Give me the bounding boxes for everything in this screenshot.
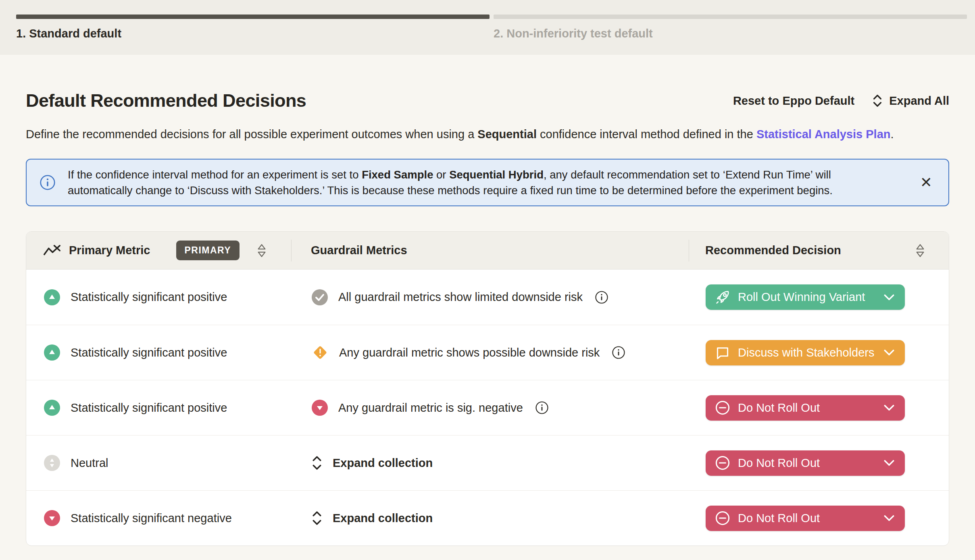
expand-collection-label: Expand collection [333,512,433,525]
minus-circle-icon [715,510,731,526]
info-icon[interactable] [595,290,608,304]
decision-dropdown-do-not-roll-out[interactable]: Do Not Roll Out [706,450,905,476]
primary-metric-header-label: Primary Metric [69,244,150,257]
step-standard-default[interactable]: 1. Standard default [16,15,490,55]
guardrail-cell: All guardrail metrics show limited downs… [292,288,689,306]
decisions-table: Primary Metric PRIMARY Guardrail Metrics… [26,231,949,546]
info-banner: If the confidence interval method for an… [26,159,949,206]
guardrail-metrics-header: Guardrail Metrics [292,244,689,257]
significant-positive-icon [43,288,61,306]
wizard-stepper: 1. Standard default 2. Non-inferiority t… [0,0,975,55]
primary-metric-label: Statistically significant negative [71,512,232,525]
guardrail-cell: Any guardrail metric shows possible down… [292,343,689,362]
page-header: Default Recommended Decisions Reset to E… [26,90,949,111]
reset-to-eppo-default-button[interactable]: Reset to Eppo Default [733,94,854,108]
significant-positive-icon [43,399,61,417]
primary-metric-header: Primary Metric PRIMARY [26,241,291,260]
banner-text: If the confidence interval method for an… [68,167,920,198]
table-row: Statistically significant positive Any g… [26,325,949,380]
info-icon[interactable] [612,346,625,359]
primary-metric-label: Statistically significant positive [71,346,227,359]
warning-diamond-icon [311,343,329,362]
primary-metric-cell: Neutral [26,454,291,472]
step-label: 1. Standard default [16,27,490,40]
recommended-decision-header-label: Recommended Decision [705,244,841,257]
speech-bubble-icon [715,344,731,361]
decision-cell: Discuss with Stakeholders [690,340,949,365]
minus-circle-icon [715,400,731,416]
sort-icon[interactable] [915,243,925,258]
decision-label: Discuss with Stakeholders [738,346,884,359]
table-row: Statistically significant positive Any g… [26,380,949,435]
expand-collapse-chevrons-icon [311,509,323,527]
primary-metric-cell: Statistically significant negative [26,509,291,527]
guardrail-label: All guardrail metrics show limited downs… [338,290,583,304]
primary-metric-label: Statistically significant positive [71,290,227,304]
decision-cell: Do Not Roll Out [690,450,949,476]
step-non-inferiority-default[interactable]: 2. Non-inferiority test default [494,15,967,55]
significant-negative-icon [311,399,329,417]
expand-all-button[interactable]: Expand All [871,93,949,108]
decision-label: Do Not Roll Out [738,512,884,525]
chevron-down-icon [884,404,894,411]
expand-collection-toggle[interactable]: Expand collection [292,509,689,527]
decision-label: Do Not Roll Out [738,456,884,470]
chevron-down-icon [884,515,894,521]
minus-circle-icon [715,455,731,471]
expand-collapse-chevrons-icon [311,454,323,472]
significant-positive-icon [43,344,61,361]
decision-label: Do Not Roll Out [738,401,884,415]
table-row: Statistically significant negative Expan… [26,490,949,545]
step-progress-bar-inactive [494,15,967,19]
table-row: Neutral Expand collection Do Not Roll Ou… [26,435,949,490]
rocket-icon [715,289,731,305]
guardrail-label: Any guardrail metric is sig. negative [338,401,523,415]
table-row: Statistically significant positive All g… [26,270,949,325]
decision-dropdown-discuss[interactable]: Discuss with Stakeholders [706,340,905,365]
decision-dropdown-do-not-roll-out[interactable]: Do Not Roll Out [706,395,905,421]
close-icon[interactable]: ✕ [920,175,932,190]
sort-icon[interactable] [256,243,267,258]
step-label: 2. Non-inferiority test default [494,27,967,40]
table-header-row: Primary Metric PRIMARY Guardrail Metrics… [26,232,949,270]
primary-metric-label: Statistically significant positive [71,401,227,415]
neutral-icon [43,454,61,472]
decision-dropdown-roll-out[interactable]: Roll Out Winning Variant [706,284,905,310]
metric-chart-icon [43,244,61,257]
decision-cell: Do Not Roll Out [690,395,949,421]
page-title: Default Recommended Decisions [26,90,306,111]
guardrail-label: Any guardrail metric shows possible down… [339,346,600,359]
decision-dropdown-do-not-roll-out[interactable]: Do Not Roll Out [706,506,905,531]
chevron-down-icon [884,349,894,356]
info-icon[interactable] [535,401,549,415]
chevron-down-icon [884,460,894,466]
primary-metric-label: Neutral [71,456,108,470]
primary-badge: PRIMARY [176,241,240,260]
page-description: Define the recommended decisions for all… [26,126,949,143]
check-circle-icon [311,288,329,306]
step-progress-bar-active [16,15,490,19]
primary-metric-cell: Statistically significant positive [26,288,291,306]
statistical-analysis-plan-link[interactable]: Statistical Analysis Plan [756,128,891,141]
guardrail-cell: Any guardrail metric is sig. negative [292,399,689,417]
decision-cell: Roll Out Winning Variant [690,284,949,310]
expand-collection-label: Expand collection [333,456,433,470]
reset-label: Reset to Eppo Default [733,94,854,108]
primary-metric-cell: Statistically significant positive [26,344,291,361]
expand-all-label: Expand All [889,94,949,108]
expand-collapse-chevrons-icon [871,93,883,108]
chevron-down-icon [884,294,894,301]
info-icon [40,174,56,191]
decision-cell: Do Not Roll Out [690,506,949,531]
recommended-decision-header: Recommended Decision [689,243,949,258]
expand-collection-toggle[interactable]: Expand collection [292,454,689,472]
primary-metric-cell: Statistically significant positive [26,399,291,417]
significant-negative-icon [43,509,61,527]
decision-label: Roll Out Winning Variant [738,290,884,304]
guardrail-metrics-header-label: Guardrail Metrics [311,244,407,257]
